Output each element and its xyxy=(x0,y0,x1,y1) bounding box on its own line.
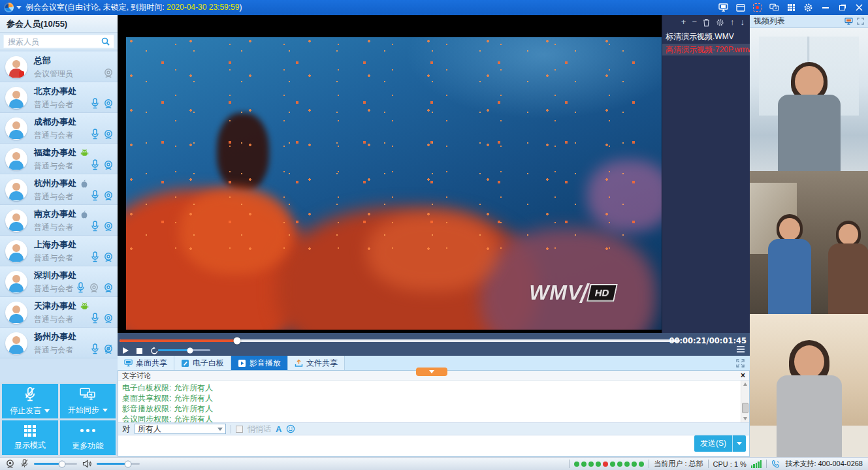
camera-disabled-icon[interactable] xyxy=(89,283,99,293)
settings-gear-icon[interactable] xyxy=(803,3,813,12)
participant-row[interactable]: 北京办事处 普通与会者 xyxy=(0,82,118,113)
monitor-small-icon[interactable] xyxy=(844,18,853,25)
chat-input-area[interactable]: 发送(S) xyxy=(118,435,749,454)
start-sync-button[interactable]: 开始同步 xyxy=(60,384,116,418)
screen-share-icon[interactable] xyxy=(718,3,728,12)
title-chevron-icon[interactable] xyxy=(16,6,22,9)
tab-whiteboard[interactable]: 电子白板 xyxy=(174,356,231,370)
play-button[interactable] xyxy=(123,347,129,354)
stop-speaking-button[interactable]: 停止发言 xyxy=(2,384,58,418)
mic-muted-status-icon[interactable] xyxy=(20,459,29,469)
mic-volume-handle[interactable] xyxy=(58,460,65,467)
participant-row[interactable]: 总部 会议管理员 xyxy=(0,52,118,82)
participant-name: 成都办事处 xyxy=(34,116,118,128)
record-icon[interactable] xyxy=(752,3,762,12)
scrollbar-thumb[interactable] xyxy=(742,403,748,413)
volume-slider[interactable] xyxy=(158,349,210,351)
minimize-button[interactable] xyxy=(820,3,830,12)
tab-file-share[interactable]: 文件共享 xyxy=(288,356,345,370)
emoji-icon[interactable] xyxy=(286,424,295,433)
camera-icon[interactable] xyxy=(103,221,114,232)
tab-media-playback[interactable]: 影音播放 xyxy=(231,356,288,370)
chat-close-icon[interactable]: × xyxy=(741,372,745,379)
speaker-volume-handle[interactable] xyxy=(124,460,131,467)
mic-icon[interactable] xyxy=(91,98,99,109)
camera-icon[interactable] xyxy=(103,99,114,109)
scroll-down-icon[interactable] xyxy=(743,417,747,420)
speaker-volume-slider[interactable] xyxy=(97,463,140,465)
mic-icon[interactable] xyxy=(91,251,99,262)
video-thumbnail[interactable] xyxy=(750,171,868,314)
grid-layout-icon xyxy=(24,425,36,437)
mic-icon[interactable] xyxy=(91,190,99,201)
playlist-item[interactable]: 标清演示视频.WMV xyxy=(662,31,750,42)
support-hotline[interactable]: 技术支持: 400-004-0268 xyxy=(785,459,863,469)
player-controls: 00:00:21/00:01:45 xyxy=(118,333,750,356)
chevron-down-icon[interactable] xyxy=(103,409,108,412)
camera-sharing-icon[interactable] xyxy=(103,344,114,354)
video-thumbnail[interactable] xyxy=(750,314,868,457)
send-button[interactable]: 发送(S) xyxy=(694,435,746,452)
remove-media-button[interactable]: − xyxy=(692,18,697,27)
participant-row[interactable]: 天津办事处 普通与会者 xyxy=(0,297,118,328)
scroll-up-icon[interactable] xyxy=(743,383,747,386)
maximize-button[interactable] xyxy=(837,3,847,12)
chevron-down-icon[interactable] xyxy=(44,409,50,413)
camera-icon[interactable] xyxy=(103,252,114,262)
participant-row[interactable]: 扬州办事处 普通与会者 xyxy=(0,328,118,358)
search-icon[interactable] xyxy=(101,37,110,46)
video-player[interactable]: WMV HD + − ↑ ↓ 标清演示视频.WMV 高清演示视频-720P.wm… xyxy=(118,15,750,333)
fullscreen-icon[interactable] xyxy=(736,359,745,368)
mic-icon[interactable] xyxy=(91,343,99,354)
playlist-toggle-icon[interactable] xyxy=(737,346,745,352)
move-down-button[interactable]: ↓ xyxy=(741,18,745,27)
seek-handle[interactable] xyxy=(234,337,241,345)
participant-row[interactable]: 深圳办事处 普通与会者 xyxy=(0,266,118,297)
participant-row[interactable]: 福建办事处 普通与会者 xyxy=(0,144,118,174)
loop-icon[interactable] xyxy=(150,347,159,355)
stop-button[interactable] xyxy=(137,348,142,354)
search-input[interactable] xyxy=(3,35,114,48)
camera-icon[interactable] xyxy=(103,129,114,140)
participant-row[interactable]: 成都办事处 普通与会者 xyxy=(0,113,118,144)
playlist-item-selected[interactable]: 高清演示视频-720P.wmv 删除 xyxy=(662,44,750,55)
camera-icon[interactable] xyxy=(103,160,114,170)
collapse-handle[interactable] xyxy=(416,368,447,376)
speaker-icon[interactable] xyxy=(82,460,91,468)
playlist-settings-icon[interactable] xyxy=(716,18,724,27)
mic-icon[interactable] xyxy=(91,159,99,170)
seek-bar[interactable] xyxy=(120,339,680,342)
layout-grid-icon[interactable] xyxy=(786,3,796,12)
window-mode-icon[interactable] xyxy=(735,3,745,12)
send-options-icon[interactable] xyxy=(732,435,746,452)
expand-panel-icon[interactable] xyxy=(857,18,864,25)
tab-desktop-share[interactable]: 桌面共享 xyxy=(118,356,174,370)
close-button[interactable] xyxy=(854,3,864,12)
chat-scrollbar[interactable] xyxy=(741,381,749,422)
camera-status-icon[interactable] xyxy=(5,459,15,469)
add-media-button[interactable]: + xyxy=(681,18,686,27)
mic-volume-slider[interactable] xyxy=(34,463,77,465)
display-mode-button[interactable]: 显示模式 xyxy=(2,420,58,455)
whisper-checkbox[interactable] xyxy=(236,426,243,433)
mic-icon[interactable] xyxy=(91,313,99,324)
participant-name: 上海办事处 xyxy=(34,239,118,251)
mic-icon[interactable] xyxy=(91,129,99,140)
participant-row[interactable]: 杭州办事处 普通与会者 xyxy=(0,174,118,205)
camera-icon[interactable] xyxy=(103,68,114,78)
camera-icon[interactable] xyxy=(103,283,114,293)
volume-handle[interactable] xyxy=(187,347,193,353)
participant-row[interactable]: 上海办事处 普通与会者 xyxy=(0,236,118,266)
camera-icon[interactable] xyxy=(103,313,114,324)
video-thumbnail[interactable] xyxy=(750,28,868,171)
more-features-button[interactable]: 更多功能 xyxy=(60,420,116,455)
recipient-select[interactable]: 所有人 xyxy=(135,424,226,434)
mic-icon[interactable] xyxy=(76,282,85,293)
participant-row[interactable]: 南京办事处 普通与会者 xyxy=(0,205,118,236)
font-button[interactable]: A xyxy=(276,424,281,434)
mic-icon[interactable] xyxy=(91,221,99,232)
sync-monitors-icon[interactable] xyxy=(769,3,779,12)
move-up-button[interactable]: ↑ xyxy=(730,18,735,27)
camera-icon[interactable] xyxy=(103,191,114,201)
trash-icon[interactable] xyxy=(703,18,710,27)
